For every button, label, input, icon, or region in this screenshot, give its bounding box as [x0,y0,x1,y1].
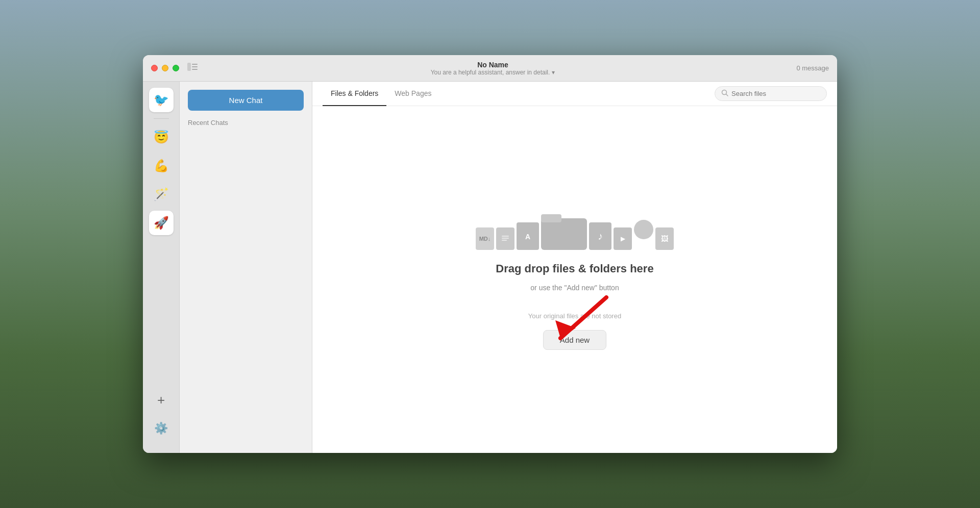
sidebar-item-bird[interactable]: 🐦 [149,88,174,112]
app-window: No Name You are a helpful assistant, ans… [143,55,837,453]
settings-button[interactable]: ⚙️ [149,416,174,441]
title-bar: No Name You are a helpful assistant, ans… [143,55,837,82]
file-icons-illustration: MD↓ A [476,209,674,250]
svg-line-5 [726,94,728,96]
video-file-icon: ▶ [614,227,632,250]
close-button[interactable] [151,65,158,71]
drop-zone: MD↓ A [312,106,837,453]
message-count: 0 message [788,64,829,72]
window-subtitle: You are a helpful assistant, answer in d… [431,69,555,76]
sidebar-item-sparkle[interactable]: 🪄 [149,182,174,207]
svg-rect-13 [541,214,561,222]
search-input[interactable] [731,90,820,97]
new-chat-button[interactable]: New Chat [188,90,304,111]
svg-rect-1 [192,64,198,65]
svg-rect-3 [192,69,198,70]
main-panel: Files & Folders Web Pages [312,82,837,453]
search-icon [721,89,728,98]
sidebar-item-angel[interactable]: 😇 [149,125,174,149]
add-new-button[interactable]: Add new [543,330,606,350]
folder-icon [541,209,587,250]
music-file-icon: ♪ [589,222,611,250]
svg-rect-9 [502,240,507,241]
pdf-file-icon: A [517,222,539,250]
app-body: 🐦 😇 💪 🪄 🚀 + ⚙️ New Chat Recent Chats Fil… [143,82,837,453]
markdown-file-icon: MD↓ [476,227,494,250]
sidebar-divider [154,118,169,119]
search-box[interactable] [715,86,827,101]
svg-rect-12 [541,218,587,250]
chat-sidebar: New Chat Recent Chats [180,82,312,453]
window-title: No Name [477,61,508,69]
maximize-button[interactable] [173,65,179,71]
sidebar-toggle-button[interactable] [187,63,198,73]
sidebar-bottom: + ⚙️ [149,388,174,447]
title-bar-center: No Name You are a helpful assistant, ans… [198,61,788,76]
svg-rect-0 [187,63,191,71]
doc-file-icon [496,227,514,250]
minimize-button[interactable] [162,65,168,71]
tabs-bar: Files & Folders Web Pages [312,82,837,106]
svg-rect-8 [502,238,509,239]
add-assistant-button[interactable]: + [149,388,174,412]
tab-files-folders[interactable]: Files & Folders [323,82,386,106]
drop-zone-note: Your original files are not stored [528,312,621,320]
svg-rect-2 [192,66,198,67]
tab-web-pages[interactable]: Web Pages [386,82,439,106]
image-file-icon: 🖼 [655,227,674,250]
svg-text:A: A [525,233,530,241]
icon-sidebar: 🐦 😇 💪 🪄 🚀 + ⚙️ [143,82,180,453]
sidebar-item-muscle[interactable]: 💪 [149,154,174,178]
sidebar-item-rocket[interactable]: 🚀 [149,211,174,235]
traffic-lights [151,65,179,71]
drop-zone-subtitle: or use the "Add new" button [530,284,619,292]
unknown-file-icon [634,220,653,239]
recent-chats-label: Recent Chats [188,117,304,129]
drop-zone-title: Drag drop files & folders here [496,262,653,275]
chevron-down-icon[interactable]: ▾ [552,69,555,76]
svg-rect-7 [502,236,509,237]
